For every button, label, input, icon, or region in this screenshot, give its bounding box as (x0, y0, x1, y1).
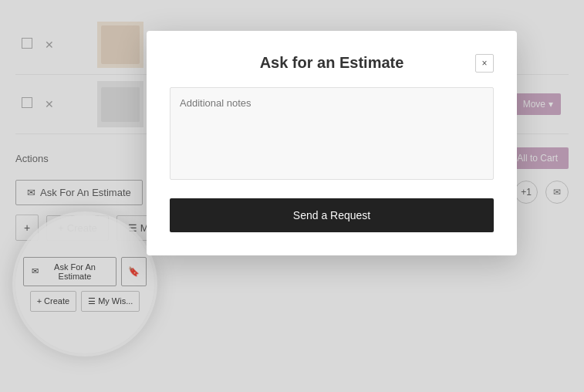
estimate-modal: Ask for an Estimate × Send a Request (147, 31, 517, 255)
modal-title: Ask for an Estimate (260, 54, 404, 72)
additional-notes-textarea[interactable] (170, 87, 494, 180)
modal-close-button[interactable]: × (475, 54, 494, 73)
modal-header: Ask for an Estimate × (170, 54, 494, 72)
send-request-button[interactable]: Send a Request (170, 198, 494, 232)
